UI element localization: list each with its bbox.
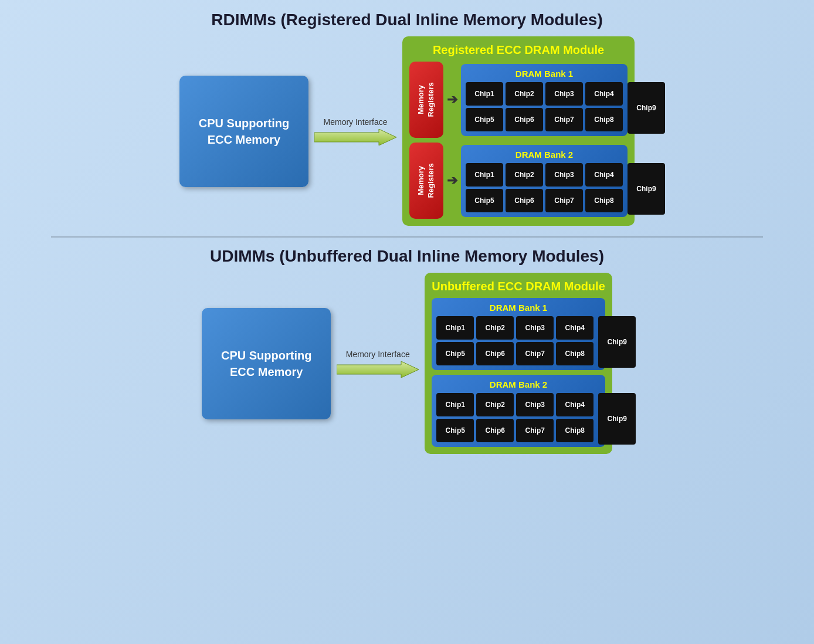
chip-ub1r1c3: Chip3 (516, 316, 554, 340)
udimm-bank1-row1: Chip1 Chip2 Chip3 Chip4 (436, 316, 593, 340)
udimm-bank1-title: DRAM Bank 1 (436, 303, 601, 313)
rdimm-arrow: Memory Interface (308, 117, 402, 145)
chip-b1r2c3: Chip7 (545, 108, 583, 131)
rdimm-bank1-grid: Chip1 Chip2 Chip3 Chip4 Chip5 Chip6 Chip… (466, 82, 623, 131)
chip-b1r2c4: Chip8 (585, 108, 623, 131)
chip-b2r2c4: Chip8 (585, 189, 623, 212)
rdimm-register-1-label: MemoryRegisters (416, 82, 436, 117)
svg-marker-1 (337, 361, 419, 378)
udimm-bank2-grid: Chip1 Chip2 Chip3 Chip4 Chip5 Chip6 Chip… (436, 393, 593, 442)
chip-b2r1c3: Chip3 (545, 163, 583, 187)
chip-ub2r2c4: Chip8 (556, 419, 593, 442)
rdimm-bank1-row1: Chip1 Chip2 Chip3 Chip4 (466, 82, 623, 106)
rdimm-cpu-box: CPU SupportingECC Memory (179, 76, 308, 187)
rdimm-bank2-row2: Chip5 Chip6 Chip7 Chip8 (466, 189, 623, 212)
chip-ub1r1c1: Chip1 (436, 316, 474, 340)
chip-b1r2c2: Chip6 (506, 108, 543, 131)
udimm-module: Unbuffered ECC DRAM Module DRAM Bank 1 C… (425, 273, 612, 454)
rdimm-cpu-label: CPU SupportingECC Memory (199, 115, 289, 148)
chip-ub2r1c2: Chip2 (476, 393, 514, 416)
chip-ub1r2c1: Chip5 (436, 342, 474, 365)
rdimm-bank1-chips: Chip1 Chip2 Chip3 Chip4 Chip5 Chip6 Chip… (466, 82, 623, 131)
chip-ub2r1c4: Chip4 (556, 393, 593, 416)
rdimm-bank1-title: DRAM Bank 1 (466, 69, 623, 79)
chip-b1r1c2: Chip2 (506, 82, 543, 106)
udimm-bank2-row2: Chip5 Chip6 Chip7 Chip8 (436, 419, 593, 442)
rdimm-reg-arrow-1: ➔ (447, 92, 457, 107)
chip-ub2r2c1: Chip5 (436, 419, 474, 442)
chip-ub2r2c3: Chip7 (516, 419, 554, 442)
chip-b1r1c1: Chip1 (466, 82, 503, 106)
udimm-cpu-label: CPU SupportingECC Memory (221, 347, 311, 380)
chip-ub2-9: Chip9 (598, 393, 636, 445)
rdimm-bank-2: DRAM Bank 2 Chip1 Chip2 Chip3 Chip4 (461, 145, 628, 217)
udimm-module-title: Unbuffered ECC DRAM Module (432, 280, 605, 293)
chip-ub1r2c2: Chip6 (476, 342, 514, 365)
chip-b2r2c2: Chip6 (506, 189, 543, 212)
chip-ub1r1c4: Chip4 (556, 316, 593, 340)
chip-b1r1c3: Chip3 (545, 82, 583, 106)
chip-b2r1c1: Chip1 (466, 163, 503, 187)
chip-ub1r2c4: Chip8 (556, 342, 593, 365)
udimm-bank2-row1: Chip1 Chip2 Chip3 Chip4 (436, 393, 593, 416)
udimm-arrow-shape (337, 361, 419, 378)
rdimm-bank-1: DRAM Bank 1 Chip1 Chip2 Chip3 Chip4 (461, 64, 628, 136)
udimm-title: UDIMMs (Unbuffered Dual Inline Memory Mo… (210, 247, 604, 266)
rdimm-module: Registered ECC DRAM Module MemoryRegiste… (402, 36, 635, 226)
rdimm-arrow-label: Memory Interface (324, 117, 388, 127)
rdimm-bank2-chips: Chip1 Chip2 Chip3 Chip4 Chip5 Chip6 Chip… (466, 163, 623, 212)
rdimm-bank2-row1: Chip1 Chip2 Chip3 Chip4 (466, 163, 623, 187)
udimm-section: UDIMMs (Unbuffered Dual Inline Memory Mo… (12, 242, 802, 454)
rdimm-register-1: MemoryRegisters (409, 62, 443, 138)
chip-ub1r2c3: Chip7 (516, 342, 554, 365)
chip-b1-9: Chip9 (628, 82, 665, 134)
chip-b2r1c2: Chip2 (506, 163, 543, 187)
udimm-bank-2: DRAM Bank 2 Chip1 Chip2 Chip3 Chip4 Chip… (432, 375, 605, 447)
rdimm-reg-arrow-2: ➔ (447, 173, 457, 188)
rdimm-section: RDIMMs (Registered Dual Inline Memory Mo… (12, 6, 802, 226)
chip-ub2r2c2: Chip6 (476, 419, 514, 442)
rdimm-bank2-title: DRAM Bank 2 (466, 150, 623, 160)
rdimm-bank2-grid: Chip1 Chip2 Chip3 Chip4 Chip5 Chip6 Chip… (466, 163, 623, 212)
udimm-bank-1: DRAM Bank 1 Chip1 Chip2 Chip3 Chip4 Chip… (432, 298, 605, 370)
udimm-diagram: CPU SupportingECC Memory Memory Interfac… (12, 273, 802, 454)
chip-ub2r1c1: Chip1 (436, 393, 474, 416)
section-divider (51, 236, 762, 238)
rdimm-register-2: MemoryRegisters (409, 143, 443, 219)
chip-ub2r1c3: Chip3 (516, 393, 554, 416)
udimm-bank2-title: DRAM Bank 2 (436, 379, 601, 389)
udimm-bank1-grid: Chip1 Chip2 Chip3 Chip4 Chip5 Chip6 Chip… (436, 316, 593, 365)
chip-ub1-9: Chip9 (598, 316, 636, 368)
chip-b2r2c3: Chip7 (545, 189, 583, 212)
udimm-cpu-box: CPU SupportingECC Memory (202, 308, 331, 419)
rdimm-arrow-shape (314, 129, 396, 145)
rdimm-module-inner: MemoryRegisters ➔ DRAM Bank 1 Chip1 Chip… (409, 62, 628, 219)
udimm-bank2-chips: Chip1 Chip2 Chip3 Chip4 Chip5 Chip6 Chip… (436, 393, 593, 442)
rdimm-module-title: Registered ECC DRAM Module (409, 43, 628, 57)
chip-b2r1c4: Chip4 (585, 163, 623, 187)
chip-b1r2c1: Chip5 (466, 108, 503, 131)
udimm-arrow-label: Memory Interface (346, 350, 410, 359)
udimm-bank1-chips: Chip1 Chip2 Chip3 Chip4 Chip5 Chip6 Chip… (436, 316, 593, 365)
chip-b1r1c4: Chip4 (585, 82, 623, 106)
chip-b2r2c1: Chip5 (466, 189, 503, 212)
chip-ub1r1c2: Chip2 (476, 316, 514, 340)
rdimm-bank1-row2: Chip5 Chip6 Chip7 Chip8 (466, 108, 623, 131)
udimm-arrow: Memory Interface (331, 350, 425, 378)
udimm-banks: DRAM Bank 1 Chip1 Chip2 Chip3 Chip4 Chip… (432, 298, 605, 447)
chip-b2-9: Chip9 (628, 163, 665, 215)
rdimm-register-2-label: MemoryRegisters (416, 163, 436, 198)
svg-marker-0 (314, 129, 396, 145)
rdimm-diagram: CPU SupportingECC Memory Memory Interfac… (12, 36, 802, 226)
udimm-bank1-row2: Chip5 Chip6 Chip7 Chip8 (436, 342, 593, 365)
rdimm-title: RDIMMs (Registered Dual Inline Memory Mo… (211, 11, 602, 29)
